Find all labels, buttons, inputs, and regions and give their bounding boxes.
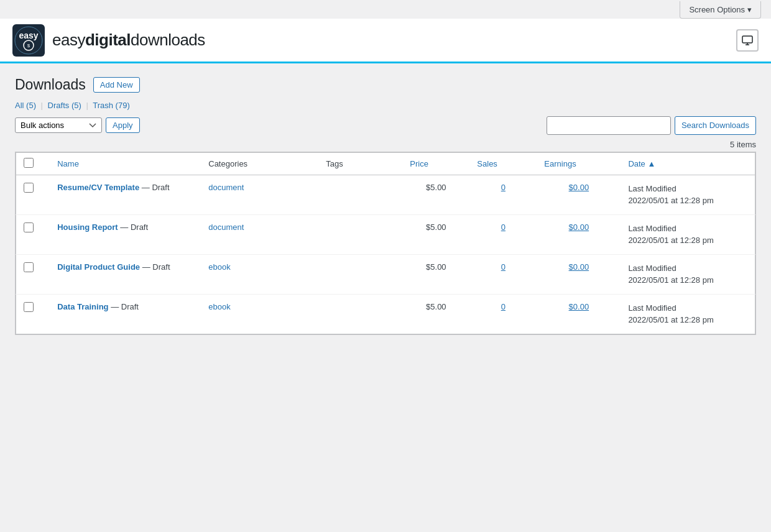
row-date-cell: Last Modified2022/05/01 at 12:28 pm bbox=[621, 175, 755, 214]
item-sales-link-1[interactable]: 0 bbox=[501, 183, 506, 192]
item-name-link-4[interactable]: Data Training bbox=[57, 302, 108, 311]
col-name-sort-link[interactable]: Name bbox=[57, 159, 79, 168]
row-price-cell: $5.00 bbox=[402, 294, 469, 334]
row-checkbox-cell bbox=[16, 175, 50, 214]
monitor-icon bbox=[741, 34, 754, 47]
table-wrapper: Name Categories Tags Price Sales bbox=[15, 152, 756, 335]
col-sales-sort-link[interactable]: Sales bbox=[477, 159, 497, 168]
bulk-actions-select[interactable]: Bulk actions Edit Move to Trash bbox=[15, 117, 102, 133]
separator-1: | bbox=[41, 101, 43, 110]
row-sales-cell: 0 bbox=[469, 175, 537, 214]
row-checkbox-cell bbox=[16, 294, 50, 334]
row-name-cell: Resume/CV Template — Draft bbox=[50, 175, 201, 214]
item-price-3: $5.00 bbox=[426, 262, 446, 272]
chevron-down-icon: ▾ bbox=[747, 5, 752, 14]
item-name-link-1[interactable]: Resume/CV Template bbox=[57, 183, 139, 192]
bulk-actions-area: Bulk actions Edit Move to Trash Apply bbox=[15, 117, 140, 133]
row-earnings-cell: $0.00 bbox=[537, 214, 621, 254]
row-earnings-cell: $0.00 bbox=[537, 175, 621, 214]
row-sales-cell: 0 bbox=[469, 294, 537, 334]
search-downloads-button[interactable]: Search Downloads bbox=[675, 116, 756, 135]
col-header-name: Name bbox=[50, 152, 201, 175]
item-sales-link-3[interactable]: 0 bbox=[501, 262, 506, 272]
row-date-cell: Last Modified2022/05/01 at 12:28 pm bbox=[621, 254, 755, 294]
col-header-checkbox bbox=[16, 152, 50, 175]
items-count: 5 items bbox=[730, 140, 756, 149]
row-price-cell: $5.00 bbox=[402, 254, 469, 294]
filter-drafts-link[interactable]: Drafts (5) bbox=[48, 101, 84, 110]
row-categories-cell: ebook bbox=[201, 254, 318, 294]
row-name-cell: Digital Product Guide — Draft bbox=[50, 254, 201, 294]
item-name-link-3[interactable]: Digital Product Guide bbox=[57, 262, 140, 272]
item-name-link-2[interactable]: Housing Report bbox=[57, 222, 118, 232]
item-status-1: — Draft bbox=[142, 183, 170, 192]
item-date-4: Last Modified2022/05/01 at 12:28 pm bbox=[628, 303, 713, 325]
row-price-cell: $5.00 bbox=[402, 214, 469, 254]
row-categories-cell: document bbox=[201, 175, 318, 214]
row-checkbox-cell bbox=[16, 214, 50, 254]
col-header-earnings: Earnings bbox=[537, 152, 621, 175]
table-row: Resume/CV Template — Draft document $5.0… bbox=[16, 175, 755, 214]
row-name-cell: Housing Report — Draft bbox=[50, 214, 201, 254]
table-header-row: Name Categories Tags Price Sales bbox=[16, 152, 755, 175]
table-row: Data Training — Draft ebook $5.00 0 $0.0… bbox=[16, 294, 755, 334]
row-sales-cell: 0 bbox=[469, 214, 537, 254]
select-all-checkbox[interactable] bbox=[24, 158, 34, 168]
item-price-4: $5.00 bbox=[426, 302, 446, 311]
row-categories-cell: ebook bbox=[201, 294, 318, 334]
logo-text: easydigitaldownloads bbox=[52, 30, 205, 50]
row-checkbox-4[interactable] bbox=[24, 302, 34, 312]
col-earnings-sort-link[interactable]: Earnings bbox=[544, 159, 576, 168]
item-price-2: $5.00 bbox=[426, 222, 446, 232]
col-header-categories: Categories bbox=[201, 152, 318, 175]
item-date-2: Last Modified2022/05/01 at 12:28 pm bbox=[628, 224, 713, 245]
add-new-button[interactable]: Add New bbox=[93, 77, 140, 93]
row-checkbox-1[interactable] bbox=[24, 183, 34, 193]
col-header-sales: Sales bbox=[469, 152, 537, 175]
row-tags-cell bbox=[318, 254, 402, 294]
item-earnings-link-4[interactable]: $0.00 bbox=[569, 302, 589, 311]
item-earnings-link-1[interactable]: $0.00 bbox=[569, 183, 589, 192]
row-tags-cell bbox=[318, 294, 402, 334]
row-checkbox-3[interactable] bbox=[24, 262, 34, 272]
row-date-cell: Last Modified2022/05/01 at 12:28 pm bbox=[621, 294, 755, 334]
table-row: Digital Product Guide — Draft ebook $5.0… bbox=[16, 254, 755, 294]
col-date-sort-link[interactable]: Date ▲ bbox=[628, 159, 655, 168]
items-count-row: 5 items bbox=[15, 140, 756, 149]
monitor-icon-button[interactable] bbox=[736, 29, 759, 52]
row-price-cell: $5.00 bbox=[402, 175, 469, 214]
item-price-1: $5.00 bbox=[426, 183, 446, 192]
item-sales-link-2[interactable]: 0 bbox=[501, 222, 506, 232]
item-earnings-link-2[interactable]: $0.00 bbox=[569, 222, 589, 232]
category-link-3[interactable]: ebook bbox=[208, 262, 230, 272]
row-sales-cell: 0 bbox=[469, 254, 537, 294]
search-area: Search Downloads bbox=[547, 116, 756, 135]
row-name-cell: Data Training — Draft bbox=[50, 294, 201, 334]
row-earnings-cell: $0.00 bbox=[537, 254, 621, 294]
item-status-2: — Draft bbox=[120, 222, 148, 232]
page-title-row: Downloads Add New bbox=[15, 76, 756, 94]
filter-trash-link[interactable]: Trash (79) bbox=[93, 101, 130, 110]
screen-options-label: Screen Options bbox=[689, 5, 745, 14]
col-header-date: Date ▲ bbox=[621, 152, 755, 175]
category-link-4[interactable]: ebook bbox=[208, 302, 230, 311]
category-link-2[interactable]: document bbox=[208, 222, 244, 232]
category-link-1[interactable]: document bbox=[208, 183, 244, 192]
row-checkbox-2[interactable] bbox=[24, 222, 34, 232]
row-date-cell: Last Modified2022/05/01 at 12:28 pm bbox=[621, 214, 755, 254]
screen-options-button[interactable]: Screen Options ▾ bbox=[680, 1, 761, 19]
row-categories-cell: document bbox=[201, 214, 318, 254]
page-title: Downloads bbox=[15, 76, 86, 94]
col-header-price: Price bbox=[402, 152, 469, 175]
item-status-3: — Draft bbox=[142, 262, 170, 272]
item-earnings-link-3[interactable]: $0.00 bbox=[569, 262, 589, 272]
col-price-sort-link[interactable]: Price bbox=[410, 159, 428, 168]
filter-all-link[interactable]: All (5) bbox=[15, 101, 39, 110]
downloads-table: Name Categories Tags Price Sales bbox=[16, 152, 755, 334]
search-input[interactable] bbox=[547, 116, 671, 135]
header-icons bbox=[736, 29, 759, 52]
item-sales-link-4[interactable]: 0 bbox=[501, 302, 506, 311]
apply-button[interactable]: Apply bbox=[106, 117, 140, 133]
separator-2: | bbox=[86, 101, 88, 110]
main-content: Downloads Add New All (5) | Drafts (5) |… bbox=[0, 63, 771, 532]
